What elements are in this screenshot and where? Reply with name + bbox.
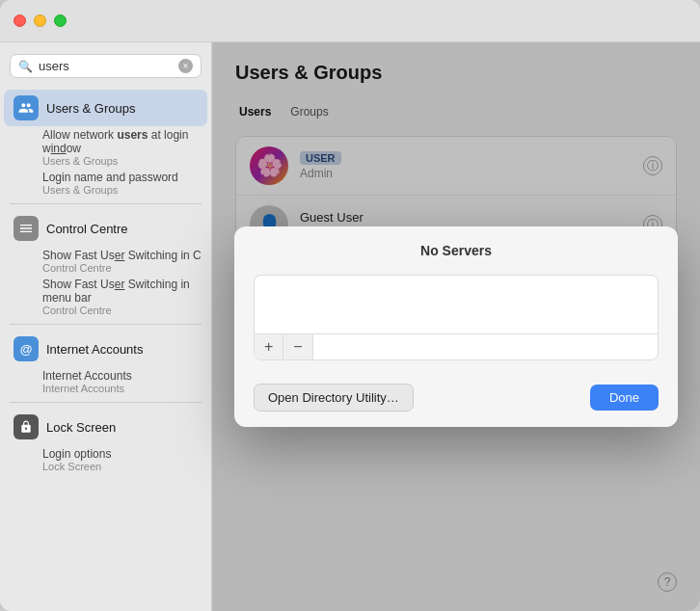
sidebar-subitem-login-options[interactable]: Login options Lock Screen [0,445,211,474]
done-button[interactable]: Done [590,385,659,411]
modal-dialog: No Servers + − Open Directory Utility… D… [234,226,678,427]
sidebar-subitem-fast-user-2[interactable]: Show Fast User Switching in menu bar Con… [0,276,211,318]
main-panel: Users & Groups Users Groups 🌸 USER Admin… [212,42,700,611]
titlebar [0,0,700,42]
open-directory-button[interactable]: Open Directory Utility… [254,384,414,412]
sidebar-item-control-centre-label: Control Centre [46,222,128,236]
subitem-internet-accounts-sub: Internet Accounts [42,383,202,394]
search-clear-button[interactable]: × [178,59,193,73]
traffic-lights [13,14,67,27]
sidebar-subitem-internet-accounts[interactable]: Internet Accounts Internet Accounts [0,367,211,396]
sidebar: 🔍 × Users & Groups Allow network users a… [0,42,212,611]
sidebar-item-users-groups-label: Users & Groups [46,101,135,116]
sidebar-item-users-groups[interactable]: Users & Groups [4,90,207,126]
search-bar: 🔍 × [10,54,202,78]
subitem-fast-user-2-sub: Control Centre [42,305,202,316]
subitem-internet-accounts-text: Internet Accounts [42,369,202,383]
modal-title: No Servers [420,243,492,258]
control-centre-icon [13,216,39,241]
modal-header: No Servers [234,226,678,267]
modal-add-button[interactable]: + [255,334,283,359]
subitem-network-users-text: Allow network users at login window [42,128,202,155]
sidebar-subitem-network-users[interactable]: Allow network users at login window User… [0,126,211,169]
modal-remove-button[interactable]: − [283,334,312,359]
lock-screen-icon [13,414,39,439]
minimize-button[interactable] [34,14,46,27]
subitem-fast-user-1-sub: Control Centre [42,262,202,274]
content-area: 🔍 × Users & Groups Allow network users a… [0,42,700,611]
modal-footer: Open Directory Utility… Done [234,372,678,427]
internet-accounts-icon: @ [13,336,39,361]
sidebar-item-lock-screen-label: Lock Screen [46,420,116,435]
modal-toolbar: + − [255,333,658,359]
sidebar-item-internet-accounts-label: Internet Accounts [46,342,143,357]
subitem-login-name-text: Login name and password [42,171,202,184]
sidebar-subitem-login-name[interactable]: Login name and password Users & Groups [0,169,211,198]
users-groups-icon [13,95,39,120]
sidebar-divider-2 [10,324,202,325]
modal-list-empty [255,276,658,333]
modal-overlay: No Servers + − Open Directory Utility… D… [212,42,700,611]
subitem-login-name-sub: Users & Groups [42,184,202,196]
modal-list-area: + − [254,275,659,360]
sidebar-item-internet-accounts[interactable]: @ Internet Accounts [4,331,207,367]
sidebar-item-control-centre[interactable]: Control Centre [4,210,207,247]
subitem-login-options-text: Login options [42,447,202,461]
maximize-button[interactable] [54,14,67,27]
subitem-fast-user-1-text: Show Fast User Switching in C [42,249,202,262]
search-icon: 🔍 [18,60,33,73]
main-window: 🔍 × Users & Groups Allow network users a… [0,0,700,611]
sidebar-divider-3 [10,402,202,403]
sidebar-subitem-fast-user-1[interactable]: Show Fast User Switching in C Control Ce… [0,247,211,276]
sidebar-divider-1 [10,203,202,204]
search-input[interactable] [39,59,173,73]
subitem-login-options-sub: Lock Screen [42,461,202,472]
subitem-fast-user-2-text: Show Fast User Switching in menu bar [42,278,202,305]
close-button[interactable] [13,14,26,27]
sidebar-item-lock-screen[interactable]: Lock Screen [4,409,207,445]
subitem-network-users-sub: Users & Groups [42,155,202,167]
